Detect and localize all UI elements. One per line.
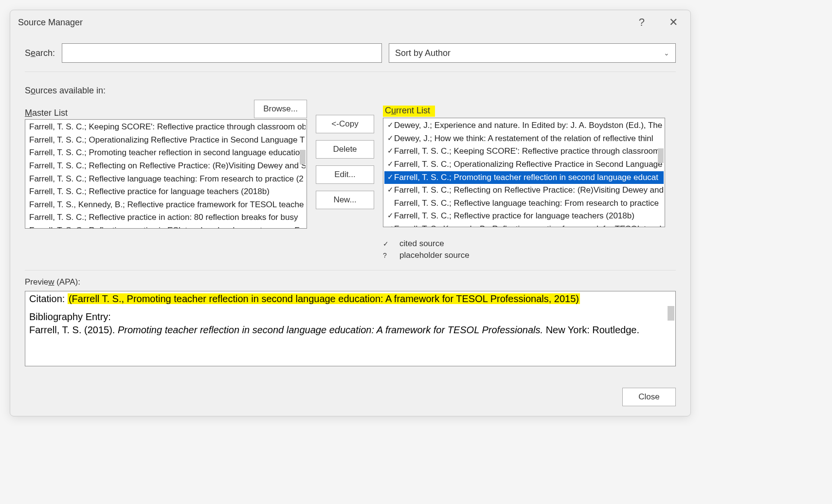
cited-source-label: cited source <box>399 239 444 249</box>
list-item[interactable]: Farrell, T. S. C.; Reflecting on Reflect… <box>26 160 306 173</box>
preview-label: Preview (APA): <box>25 277 676 287</box>
citation-text: (Farrell T. S., Promoting teacher reflec… <box>68 293 580 304</box>
list-item[interactable]: ✓Dewey, J.; How we think: A restatement … <box>384 132 664 145</box>
list-item[interactable]: Farrell, T. S. C.; Reflective practice f… <box>26 185 306 198</box>
list-item[interactable]: Farrell, T. S., Kennedy, B.; Reflective … <box>26 198 306 212</box>
delete-button[interactable]: Delete <box>316 140 374 159</box>
chevron-down-icon: ⌄ <box>664 49 669 57</box>
close-icon[interactable]: ✕ <box>664 16 683 29</box>
check-icon: ✓ <box>387 145 394 158</box>
new-button[interactable]: New... <box>316 191 374 209</box>
titlebar: Source Manager ? ✕ <box>10 10 690 35</box>
bibliography-label: Bibliography Entry: <box>29 311 671 323</box>
list-item[interactable]: ✓Farrell, T. S. C.; Promoting teacher re… <box>384 171 664 184</box>
search-label: Search: <box>25 48 55 58</box>
list-item[interactable]: ✓Farrell, T. S. C.; Reflecting on Reflec… <box>384 184 664 197</box>
list-item[interactable]: Farrell, T. S. C.; Promoting teacher ref… <box>26 146 306 160</box>
list-item-text: Farrell, T. S. C.; Promoting teacher ref… <box>394 172 658 184</box>
preview-box: Citation: (Farrell T. S., Promoting teac… <box>25 291 676 366</box>
list-item[interactable]: Farrell, T. S. C.; Operationalizing Refl… <box>26 134 306 147</box>
search-input[interactable] <box>62 43 382 63</box>
check-icon <box>387 198 394 210</box>
check-icon: ✓ <box>383 240 390 248</box>
citation-line: Citation: (Farrell T. S., Promoting teac… <box>29 293 671 305</box>
check-icon: ✓ <box>387 184 394 197</box>
list-item[interactable]: ✓Dewey, J.; Experience and nature. In Ed… <box>384 119 664 132</box>
list-item-text: Dewey, J.; Experience and nature. In Edi… <box>394 120 662 132</box>
check-icon: ✓ <box>387 120 394 132</box>
list-item-text: Dewey, J.; How we think: A restatement o… <box>394 133 653 145</box>
current-list-label: Current List <box>383 106 435 117</box>
scrollbar-thumb[interactable] <box>668 306 674 321</box>
list-item-text: Farrell, T. S. C.; Keeping SCORE': Refle… <box>394 145 664 158</box>
master-listbox[interactable]: Farrell, T. S. C.; Keeping SCORE': Refle… <box>25 119 307 229</box>
sort-dropdown[interactable]: Sort by Author ⌄ <box>389 43 676 63</box>
list-item-text: Farrell, T. S. C.; Operationalizing Refl… <box>394 159 663 171</box>
copy-button[interactable]: <- Copy <box>316 115 374 133</box>
help-icon[interactable]: ? <box>639 16 645 29</box>
browse-button[interactable]: Browse... <box>254 100 307 118</box>
check-icon: ✓ <box>387 133 394 145</box>
search-row: Search: Sort by Author ⌄ <box>25 39 676 72</box>
list-item[interactable]: Farrell, T. S. C.; Reflective practice i… <box>26 211 306 224</box>
scrollbar-thumb[interactable] <box>300 150 306 164</box>
legend: ✓ cited source ? placeholder source <box>383 239 665 260</box>
list-item[interactable]: Farrell, T. S. C.; Reflective language t… <box>26 173 306 186</box>
check-icon: ✓ <box>387 210 394 222</box>
check-icon: ✓ <box>387 223 394 227</box>
list-item[interactable]: ✓Farrell, T. S. C.; Operationalizing Ref… <box>384 158 664 171</box>
edit-button[interactable]: Edit... <box>316 165 374 184</box>
list-item[interactable]: Farrell, T. S. C.; Keeping SCORE': Refle… <box>26 121 306 134</box>
question-icon: ? <box>383 252 390 259</box>
list-item-text: Farrell, T. S. C.; Reflective language t… <box>394 198 659 210</box>
scrollbar-thumb[interactable] <box>658 148 664 163</box>
list-item[interactable]: ✓Farrell, T. S., Kennedy, B.; Reflective… <box>384 223 664 227</box>
placeholder-source-label: placeholder source <box>399 251 470 260</box>
master-list-label: Master List <box>25 108 68 118</box>
check-icon: ✓ <box>387 172 394 184</box>
list-item-text: Farrell, T. S. C.; Reflecting on Reflect… <box>394 184 664 197</box>
list-item[interactable]: ✓Farrell, T. S. C.; Keeping SCORE': Refl… <box>384 145 664 158</box>
source-manager-dialog: Source Manager ? ✕ Search: Sort by Autho… <box>10 10 691 416</box>
dialog-title: Source Manager <box>18 18 639 28</box>
list-item-text: Farrell, T. S. C.; Reflective practice f… <box>394 210 634 222</box>
list-item[interactable]: Farrell, T. S. C.; Reflective language t… <box>384 197 664 210</box>
check-icon: ✓ <box>387 159 394 171</box>
list-item[interactable]: Farrell, T. S. C.; Reflective practice i… <box>26 224 306 229</box>
bibliography-entry: Farrell, T. S. (2015). Promoting teacher… <box>29 324 671 336</box>
list-item[interactable]: ✓Farrell, T. S. C.; Reflective practice … <box>384 210 664 223</box>
current-listbox[interactable]: ✓Dewey, J.; Experience and nature. In Ed… <box>383 118 665 227</box>
sort-selected: Sort by Author <box>395 48 451 58</box>
sources-available-label: Sources available in: <box>25 86 307 96</box>
list-item-text: Farrell, T. S., Kennedy, B.; Reflective … <box>394 223 664 227</box>
close-button[interactable]: Close <box>622 388 676 406</box>
